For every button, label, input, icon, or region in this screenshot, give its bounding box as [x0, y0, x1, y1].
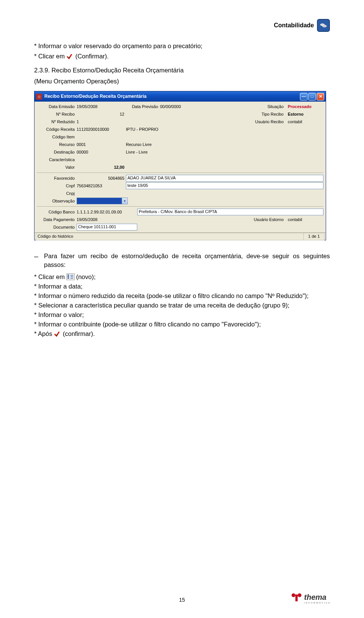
footer-sub: I N F O R M Á T I C A	[304, 602, 330, 604]
label: Cnpf	[37, 183, 77, 189]
label: Característica	[37, 157, 77, 163]
divider	[37, 206, 323, 207]
app-window: ☼ Recibo Estorno/Dedução Receita Orçamen…	[34, 91, 326, 240]
codigo-banco-desc: Prefeitura - C/Mov. Banco do Brasil C/PT…	[139, 209, 217, 214]
label: Usuário Estorno	[254, 217, 286, 223]
label: Recurso	[37, 142, 77, 147]
destinacao-desc: Livre - Livre	[126, 149, 147, 155]
label: Valor	[37, 165, 77, 170]
page-header: Contabilidade	[274, 19, 330, 32]
usuario-estorno-value: contabil	[286, 217, 323, 223]
close-button[interactable]: ✕	[317, 93, 324, 100]
label: Código Banco	[37, 209, 77, 215]
svg-rect-7	[295, 594, 298, 601]
status-right: 1 de 1	[303, 233, 325, 240]
section-subtitle: (Menu Orçamento Operações)	[34, 77, 330, 86]
footer-logo: thema I N F O R M Á T I C A	[290, 592, 330, 604]
instruction-item: * Clicar em (novo);	[34, 273, 330, 281]
data-previsao-value: 00/00/0000	[160, 104, 206, 110]
data-pagamento-value: 19/05/2008	[77, 217, 137, 223]
coins-icon	[317, 19, 330, 32]
favorecido-nome-input[interactable]: ADAO JUAREZ DA SILVA	[126, 175, 323, 182]
cnpf-value: 75634821053	[77, 183, 126, 189]
codigo-receita-desc: IPTU - PROPRIO	[126, 127, 158, 132]
form-body: Data Emissão 19/05/2008 Data Previsão 00…	[35, 102, 326, 231]
text: (confirmar).	[63, 329, 95, 338]
label: Documento	[37, 224, 77, 230]
svg-point-1	[322, 25, 326, 27]
footer-brand: thema	[304, 593, 326, 601]
section-heading: 2.3.9. Recibo Estorno/Dedução Receita Or…	[34, 66, 330, 75]
usuario-recibo-value: contabil	[286, 119, 323, 125]
recurso-desc: Recurso Livre	[126, 142, 152, 147]
instruction-item: * Informar o número reduzido da receita …	[34, 292, 330, 300]
status-left: Código do histórico	[36, 233, 303, 240]
svg-rect-3	[67, 276, 69, 277]
instruction-item: * Selecionar a característica peculiar q…	[34, 301, 330, 310]
cnpf-desc: teste 19/05	[127, 183, 148, 188]
chevron-down-icon[interactable]: ▼	[122, 198, 127, 204]
valor-value: 12,00	[77, 165, 126, 170]
label: Situação	[267, 104, 286, 110]
documento-value: Cheque 101111-001	[78, 224, 116, 229]
observacao-dropdown[interactable]: ▼	[77, 198, 128, 204]
data-emissao-value: 19/05/2008	[77, 104, 126, 110]
instruction-item: * Informar o contribuinte (pode-se utili…	[34, 320, 330, 329]
divider	[37, 173, 323, 173]
destinacao-value: 00000	[77, 149, 126, 155]
text: * Clicar em	[34, 273, 65, 281]
label: Nº Reduzido	[37, 119, 77, 125]
instruction-item: * Informar a data;	[34, 282, 330, 291]
svg-point-6	[298, 593, 301, 597]
text: (novo);	[76, 273, 96, 281]
svg-rect-2	[67, 274, 69, 276]
codigo-banco-value: 1.1.1.1.2.99.02.01.09.00	[77, 209, 137, 215]
label: Observação	[37, 198, 77, 204]
recurso-value: 0001	[77, 142, 126, 147]
text: * Após	[34, 329, 52, 338]
label: Data Pagamento	[37, 217, 77, 223]
documento-input[interactable]: Cheque 101111-001	[77, 224, 137, 231]
label: Tipo Recibo	[262, 111, 286, 117]
text: (Confirmar).	[75, 52, 109, 61]
header-title: Contabilidade	[274, 22, 314, 29]
cnpf-desc-input[interactable]: teste 19/05	[126, 182, 323, 189]
status-bar: Código do histórico 1 de 1	[35, 232, 326, 240]
bullet-text: Para fazer um recibo de estorno/dedução …	[44, 252, 330, 269]
label: Nº Recibo	[37, 111, 77, 117]
section-number-title: 2.3.9. Recibo Estorno/Dedução Receita Or…	[34, 67, 184, 74]
situacao-value: Processado	[286, 104, 323, 110]
label: Código Item	[37, 134, 77, 140]
tipo-recibo-value: Estorno	[286, 111, 323, 117]
favorecido-cod: 5064865	[77, 176, 126, 181]
maximize-button[interactable]: □	[308, 93, 316, 100]
window-titlebar[interactable]: ☼ Recibo Estorno/Dedução Receita Orçamen…	[35, 91, 326, 102]
instruction-line: * Clicar em (Confirmar).	[34, 52, 330, 61]
instruction-item: * Após (confirmar).	[34, 329, 330, 338]
novo-icon	[66, 273, 75, 280]
window-title: Recibo Estorno/Dedução Receita Orçamentá…	[44, 93, 300, 100]
instruction-item: * Informar o valor;	[34, 311, 330, 319]
label: Usuário Recibo	[255, 119, 286, 125]
favorecido-nome: ADAO JUAREZ DA SILVA	[127, 176, 176, 180]
label: Data Previsão	[126, 104, 160, 110]
svg-point-5	[292, 593, 295, 597]
app-icon: ☼	[36, 94, 42, 100]
text: * Clicar em	[34, 52, 65, 61]
confirm-check-icon	[66, 53, 74, 60]
confirm-check-icon	[54, 331, 61, 337]
label: Favorecido	[37, 176, 77, 181]
minimize-button[interactable]: —	[300, 93, 308, 100]
n-reduzido-value: 1	[77, 119, 126, 125]
codigo-banco-desc-input[interactable]: Prefeitura - C/Mov. Banco do Brasil C/PT…	[137, 209, 323, 215]
text: * Informar o valor reservado do orçament…	[34, 42, 202, 50]
page-number: 15	[179, 597, 185, 603]
label: Código Receita	[37, 127, 77, 132]
thema-logo-icon	[290, 592, 303, 604]
label: Cnpj	[37, 191, 77, 196]
instructions-block: – Para fazer um recibo de estorno/deduçã…	[34, 252, 330, 338]
label: Data Emissão	[37, 104, 77, 110]
n-recibo-value: 12	[77, 111, 126, 117]
svg-rect-4	[67, 278, 69, 279]
dash-bullet: –	[34, 252, 44, 271]
